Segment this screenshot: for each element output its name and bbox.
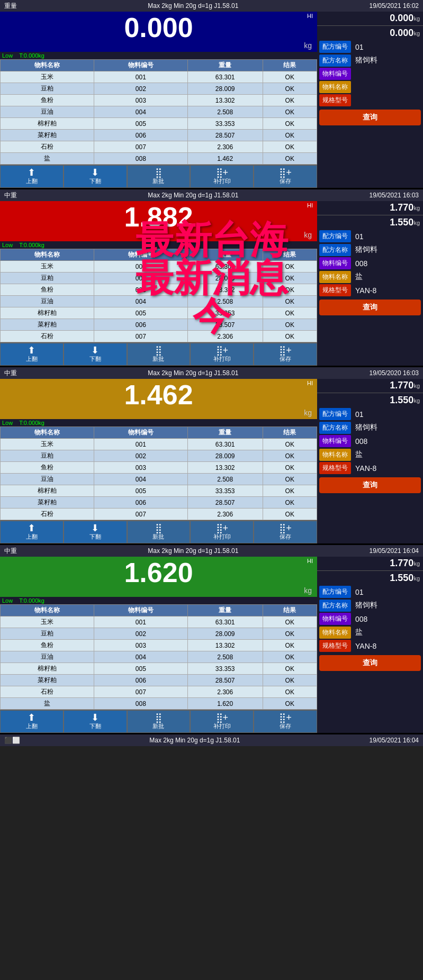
table-cell: 008	[94, 698, 187, 710]
toolbar-补打印-btn[interactable]: ⣿+ 补打印	[190, 710, 254, 733]
table-header: 物料名称	[1, 60, 94, 71]
tare-row: Low T:0.000kg	[0, 419, 317, 427]
table-cell: 33.353	[187, 663, 263, 675]
table-cell: 004	[94, 106, 187, 118]
info-value: 盐	[351, 448, 421, 461]
toolbar-btn-label: 下翻	[89, 722, 101, 730]
table-cell: 豆粕	[1, 628, 94, 640]
toolbar-保存-btn[interactable]: ⣿+ 保存	[254, 343, 317, 366]
info-label: 规格型号	[319, 462, 351, 474]
toolbar-下翻-btn[interactable]: ⬇ 下翻	[64, 710, 127, 733]
info-value: 01	[351, 231, 421, 242]
toolbar-保存-btn[interactable]: ⣿+ 保存	[254, 521, 317, 543]
query-button[interactable]: 查询	[319, 110, 421, 125]
right-panel: 0.000 kg 0.000 kg 配方编号 01	[317, 12, 423, 188]
table-cell: 盐	[1, 153, 94, 165]
query-button[interactable]: 查询	[319, 477, 421, 493]
toolbar-补打印-btn[interactable]: ⣿+ 补打印	[190, 165, 254, 188]
table-cell: OK	[263, 497, 317, 509]
info-value: 猪饲料	[351, 54, 421, 67]
info-label: 配方编号	[319, 41, 351, 53]
toolbar-补打印-btn[interactable]: ⣿+ 补打印	[190, 521, 254, 543]
right-low-unit: kg	[413, 220, 420, 226]
right-low-value: 1.550	[390, 573, 413, 584]
info-value: 盐	[351, 626, 421, 639]
table-cell: 63.301	[187, 261, 263, 273]
toolbar-btn-icon: ⣿+	[216, 168, 229, 177]
info-card: 配方编号 01	[319, 408, 421, 420]
table-row: 石粉0072.306OK	[1, 331, 317, 342]
top-bar-right: 19/05/2021 16:03	[370, 192, 419, 199]
table-cell: 002	[94, 273, 187, 284]
left-panel: HI 1.620 kg Low T:0.000kg 物料名称物料编号重量结果	[0, 557, 317, 733]
table-cell: 豆油	[1, 651, 94, 663]
toolbar-上翻-btn[interactable]: ⬆ 上翻	[0, 165, 64, 188]
table-cell: 006	[94, 130, 187, 141]
table-cell: OK	[263, 686, 317, 698]
toolbar-新批-btn[interactable]: ⣿ 新批	[127, 343, 191, 366]
table-cell: 008	[94, 153, 187, 165]
table-row: 豆粕00228.009OK	[1, 450, 317, 462]
toolbar-上翻-btn[interactable]: ⬆ 上翻	[0, 343, 64, 366]
right-low-row: 1.550 kg	[317, 216, 423, 229]
table-cell: 003	[94, 284, 187, 296]
table-cell: 鱼粉	[1, 95, 94, 106]
table-cell: 鱼粉	[1, 284, 94, 296]
tare-row: Low T:0.000kg	[0, 241, 317, 249]
query-button[interactable]: 查询	[319, 655, 421, 671]
info-card: 物料名称 盐	[319, 270, 421, 283]
table-cell: 棉籽粕	[1, 307, 94, 319]
info-card: 物料编号	[319, 68, 421, 80]
table-row: 豆粕00228.009OK	[1, 628, 317, 640]
query-button[interactable]: 查询	[319, 300, 421, 315]
tare-row: Low T:0.000kg	[0, 52, 317, 59]
info-card: 配方名称 猪饲料	[319, 243, 421, 256]
table-row: 豆油0042.508OK	[1, 651, 317, 663]
toolbar-保存-btn[interactable]: ⣿+ 保存	[254, 710, 317, 733]
toolbar-下翻-btn[interactable]: ⬇ 下翻	[64, 343, 127, 366]
table-row: 豆油0042.508OK	[1, 296, 317, 307]
toolbar-btn-label: 保存	[280, 355, 291, 363]
table-row: 石粉0072.306OK	[1, 141, 317, 153]
info-label: 规格型号	[319, 284, 351, 296]
table-cell: OK	[263, 698, 317, 710]
toolbar-新批-btn[interactable]: ⣿ 新批	[127, 521, 191, 543]
toolbar-btn-icon: ⬇	[91, 168, 99, 177]
toolbar-补打印-btn[interactable]: ⣿+ 补打印	[190, 343, 254, 366]
table-cell: 2.306	[187, 141, 263, 153]
top-bar-center: Max 2kg Min 20g d=1g J1.58.01	[148, 192, 238, 199]
toolbar-下翻-btn[interactable]: ⬇ 下翻	[64, 165, 127, 188]
table-row: 棉籽粕00533.353OK	[1, 307, 317, 319]
table-cell: 002	[94, 83, 187, 95]
table-cell: 001	[94, 261, 187, 273]
right-low-unit: kg	[413, 30, 420, 37]
table-cell: OK	[263, 651, 317, 663]
table-cell: 002	[94, 628, 187, 640]
info-label: 物料名称	[319, 271, 351, 283]
table-cell: 棉籽粕	[1, 118, 94, 130]
toolbar-btn-label: 新批	[152, 533, 164, 541]
info-label: 规格型号	[319, 94, 351, 106]
toolbar-btn-icon: ⬇	[91, 523, 99, 533]
info-label: 配方编号	[319, 230, 351, 242]
toolbar-新批-btn[interactable]: ⣿ 新批	[127, 710, 191, 733]
toolbar-上翻-btn[interactable]: ⬆ 上翻	[0, 521, 64, 543]
table-cell: 001	[94, 439, 187, 450]
screen-1: 重量 Max 2kg Min 20g d=1g J1.58.01 19/05/2…	[0, 0, 423, 189]
info-cards-section: 配方编号 01 配方名称 猪饲料 物料编号 008 物料名称 盐 规格型号 YA…	[317, 585, 423, 653]
info-label: 物料名称	[319, 81, 351, 93]
info-value: YAN-8	[351, 285, 421, 296]
table-cell: 13.302	[187, 640, 263, 651]
table-cell: 鱼粉	[1, 462, 94, 474]
right-low-row: 1.550 kg	[317, 571, 423, 585]
bottom-partial-bar: ⬛⬜ Max 2kg Min 20g d=1g J1.58.01 19/05/2…	[0, 734, 423, 746]
info-cards-section: 配方编号 01 配方名称 猪饲料 物料编号 008 物料名称 盐 规格型号 YA…	[317, 229, 423, 297]
table-row: 盐0081.620OK	[1, 698, 317, 710]
toolbar-btn-label: 新批	[152, 355, 164, 363]
toolbar-保存-btn[interactable]: ⣿+ 保存	[254, 165, 317, 188]
info-card: 配方编号 01	[319, 230, 421, 242]
toolbar-btn-icon: ⣿	[155, 346, 162, 355]
toolbar-下翻-btn[interactable]: ⬇ 下翻	[64, 521, 127, 543]
toolbar-新批-btn[interactable]: ⣿ 新批	[127, 165, 191, 188]
toolbar-上翻-btn[interactable]: ⬆ 上翻	[0, 710, 64, 733]
